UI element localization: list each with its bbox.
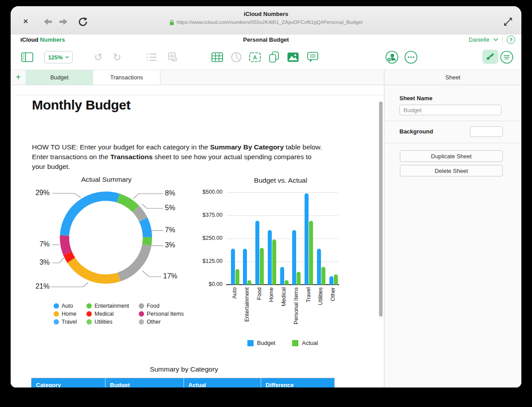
y-axis-tick: $500.00 <box>191 189 223 195</box>
gridline <box>227 192 338 193</box>
summary-table-title: Summary by Category <box>31 365 337 373</box>
browser-window: ✕ iCloud Numbers https://www.icloud.com/… <box>11 6 521 387</box>
bar-legend: BudgetActual <box>227 340 338 346</box>
user-menu[interactable]: Danielle <box>469 36 489 43</box>
bar-actual-medical <box>285 280 289 285</box>
x-axis-label: Medical <box>281 287 288 332</box>
legend-label: Budget <box>257 340 275 346</box>
summary-table-header-row[interactable]: CategoryBudgetActualDifference <box>31 378 335 387</box>
insert-text-button[interactable]: A <box>248 51 262 64</box>
divider <box>384 143 521 143</box>
callout-entertainment: 8% <box>165 189 190 197</box>
column-header-category[interactable]: Category <box>31 378 106 387</box>
format-panel-button[interactable] <box>482 50 498 64</box>
insert-media-button[interactable] <box>286 51 300 64</box>
column-header-budget[interactable]: Budget <box>106 378 184 387</box>
column-header-actual[interactable]: Actual <box>184 378 261 387</box>
callout-travel: 7% <box>165 226 190 234</box>
legend-item-budget: Budget <box>247 340 275 346</box>
y-axis-tick: $125.00 <box>191 258 223 264</box>
paintbrush-icon <box>486 52 495 61</box>
add-sheet-button[interactable]: + <box>11 70 26 85</box>
legend-dot <box>139 311 144 317</box>
panel-title: Sheet <box>384 70 521 85</box>
legend-dot <box>86 303 92 309</box>
organize-panel-button[interactable] <box>500 51 513 64</box>
legend-label: Auto <box>62 303 73 309</box>
callout-medical: 3% <box>30 258 50 266</box>
address-bar[interactable]: https://www.icloud.com/numbers/055s2K4iR… <box>11 20 521 26</box>
document-title: Personal Budget <box>11 36 521 43</box>
callout-home: 21% <box>30 282 50 290</box>
legend-dot <box>86 319 92 325</box>
legend-dot <box>139 319 144 325</box>
y-axis-tick: $250.00 <box>191 235 223 241</box>
gridline <box>227 239 338 239</box>
legend-item-medical: Medical <box>86 311 129 317</box>
help-button[interactable]: ? <box>507 35 515 44</box>
duplicate-sheet-button[interactable]: Duplicate Sheet <box>400 150 503 162</box>
bar-budget-food <box>255 221 259 285</box>
donut-chart[interactable]: Actual Summary 29% 8% <box>22 175 191 303</box>
howto-text: HOW TO USE: Enter your budget for each c… <box>32 142 325 172</box>
zoom-level-dropdown[interactable]: 125% <box>44 51 73 63</box>
legend-item-food: Food <box>139 303 184 309</box>
svg-text:A: A <box>253 55 257 61</box>
sidebar-toggle-button[interactable] <box>20 51 34 64</box>
background-color-swatch[interactable] <box>470 126 503 137</box>
insert-chart-button[interactable] <box>230 51 243 64</box>
comment-button[interactable] <box>306 51 319 64</box>
bar-chart[interactable]: Budget vs. Actual $0.00$125.00$250.00$37… <box>191 175 366 352</box>
more-options-button[interactable] <box>404 51 418 64</box>
sheet-canvas[interactable]: Monthly Budget HOW TO USE: Enter your bu… <box>11 85 384 387</box>
bar-actual-home <box>272 239 276 285</box>
x-axis-label: Personal Items <box>293 287 300 332</box>
x-axis-label: Auto <box>231 287 239 332</box>
callout-food: 5% <box>165 204 190 212</box>
bar-budget-home <box>268 230 272 285</box>
vertical-scrollbar[interactable] <box>379 102 383 317</box>
tab-transactions[interactable]: Transactions <box>93 70 160 85</box>
sheet-name-input[interactable] <box>399 105 501 115</box>
x-axis-label: Entertainment <box>244 287 251 332</box>
callout-personal-items: 7% <box>30 240 50 248</box>
legend-label: Entertainment <box>94 303 129 309</box>
legend-item-home: Home <box>54 311 77 317</box>
legend-label: Medical <box>94 311 113 317</box>
bar-actual-other <box>334 274 338 285</box>
x-axis-label: Home <box>268 287 275 332</box>
delete-sheet-button[interactable]: Delete Sheet <box>400 165 503 176</box>
page-boundary <box>15 95 384 95</box>
legend-label: Personal Items <box>147 311 184 317</box>
bar-budget-travel <box>305 193 309 285</box>
callout-utilities: 3% <box>165 241 190 249</box>
divider <box>502 36 503 43</box>
tab-budget[interactable]: Budget <box>26 70 93 85</box>
legend-item-actual: Actual <box>292 340 318 346</box>
column-header-difference[interactable]: Difference <box>261 378 334 387</box>
background-label: Background <box>399 128 433 135</box>
legend-item-entertainment: Entertainment <box>86 303 129 309</box>
x-axis-label: Other <box>330 287 337 332</box>
fullscreen-icon[interactable] <box>504 17 512 26</box>
tab-bar-filler <box>160 70 384 85</box>
legend-dot <box>54 303 59 309</box>
legend-swatch <box>292 340 298 346</box>
user-area: Danielle ? <box>469 35 515 44</box>
outline-view-icon[interactable] <box>145 51 158 64</box>
sheet-name-label: Sheet Name <box>399 95 432 102</box>
browser-tab-title: iCloud Numbers <box>11 11 521 17</box>
legend-item-other: Other <box>139 319 184 325</box>
legend-column: FoodPersonal ItemsOther <box>139 303 184 325</box>
callout-auto: 29% <box>30 189 50 197</box>
redo-button[interactable]: ↻ <box>110 51 124 64</box>
insert-rows-icon[interactable] <box>166 51 180 64</box>
collaborate-button[interactable] <box>385 51 399 64</box>
insert-shape-button[interactable] <box>267 51 281 64</box>
legend-label: Utilities <box>94 319 112 325</box>
undo-button[interactable]: ↺ <box>92 51 105 64</box>
insert-table-button[interactable] <box>211 51 224 64</box>
bar-budget-utilities <box>317 249 321 285</box>
lock-icon <box>169 20 174 26</box>
bar-actual-personal-items <box>297 272 301 285</box>
